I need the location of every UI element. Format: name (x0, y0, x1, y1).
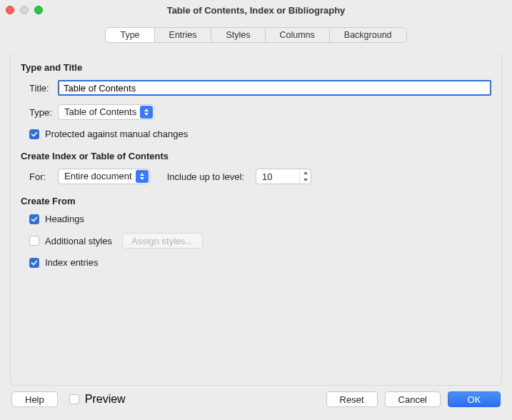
tabs: Type Entries Styles Columns Background (105, 27, 406, 43)
reset-button[interactable]: Reset (326, 391, 378, 407)
label-for: For: (29, 171, 58, 182)
tab-columns[interactable]: Columns (266, 28, 330, 42)
level-step-down[interactable] (300, 176, 311, 184)
label-include-level: Include up to level: (167, 171, 244, 182)
type-select-value: Table of Contents (64, 106, 136, 117)
additional-styles-wrap[interactable]: Additional styles (21, 236, 112, 246)
dropdown-arrows-icon (136, 170, 149, 183)
ok-button[interactable]: OK (448, 391, 501, 407)
cancel-button[interactable]: Cancel (385, 391, 441, 407)
section-create-index: Create Index or Table of Contents (21, 151, 491, 161)
tab-type[interactable]: Type (106, 28, 154, 42)
protected-checkbox[interactable] (29, 129, 39, 139)
for-select[interactable]: Entire document (58, 169, 150, 184)
label-type: Type: (21, 107, 58, 118)
protected-checkbox-wrap[interactable]: Protected against manual changes (21, 129, 188, 139)
level-step-up[interactable] (300, 169, 311, 176)
headings-label: Headings (45, 214, 84, 224)
help-button[interactable]: Help (11, 391, 58, 407)
for-select-value: Entire document (64, 171, 132, 181)
dropdown-arrows-icon (140, 106, 153, 119)
preview-checkbox[interactable] (69, 394, 79, 404)
tab-entries[interactable]: Entries (155, 28, 212, 42)
tabbar: Type Entries Styles Columns Background (10, 27, 502, 43)
label-title: Title: (21, 83, 58, 94)
dialog-footer: Help Preview Reset Cancel OK (0, 386, 512, 420)
assign-styles-button: Assign styles... (122, 233, 203, 249)
index-entries-checkbox[interactable] (29, 258, 39, 268)
dialog-content: Type Entries Styles Columns Background T… (0, 20, 512, 386)
headings-checkbox-wrap[interactable]: Headings (21, 214, 84, 224)
additional-styles-checkbox[interactable] (29, 236, 39, 246)
additional-styles-label: Additional styles (45, 236, 112, 246)
section-type-title: Type and Title (21, 62, 491, 73)
level-spinner[interactable]: 10 (256, 169, 311, 184)
section-create-from: Create From (21, 196, 491, 206)
tab-background[interactable]: Background (330, 28, 406, 42)
title-input[interactable] (58, 80, 491, 96)
titlebar: Table of Contents, Index or Bibliography (0, 0, 512, 20)
preview-label: Preview (85, 393, 126, 406)
preview-wrap[interactable]: Preview (65, 393, 126, 406)
type-select[interactable]: Table of Contents (58, 104, 154, 120)
index-entries-label: Index entries (45, 257, 98, 268)
level-value[interactable]: 10 (256, 171, 299, 182)
protected-label: Protected against manual changes (45, 129, 188, 139)
index-entries-wrap[interactable]: Index entries (21, 257, 98, 268)
window-title: Table of Contents, Index or Bibliography (0, 5, 512, 16)
type-panel: Type and Title Title: Type: Table of Con… (10, 52, 502, 386)
headings-checkbox[interactable] (29, 214, 39, 224)
tab-styles[interactable]: Styles (211, 28, 265, 42)
